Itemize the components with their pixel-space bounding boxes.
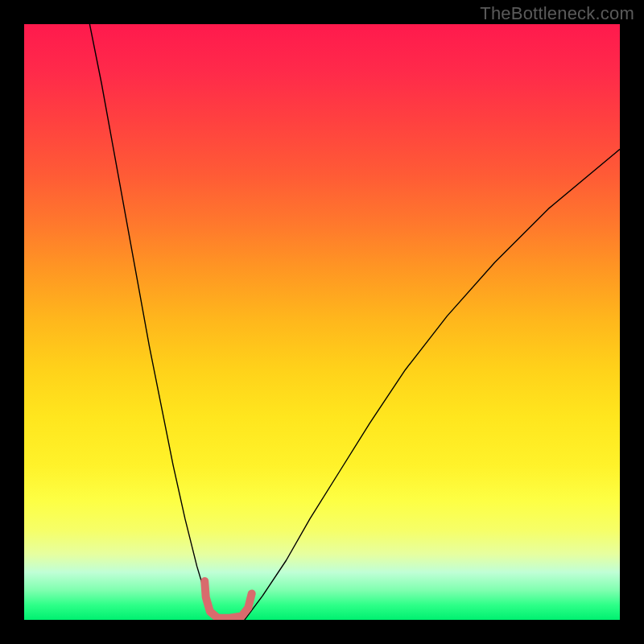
- watermark-text: TheBottleneck.com: [480, 3, 634, 24]
- plot-area: [24, 24, 620, 620]
- series-bottleneck-curve-right: [245, 149, 620, 620]
- chart-frame: TheBottleneck.com: [0, 0, 644, 644]
- series-optimal-marker: [204, 581, 251, 618]
- curve-layer: [24, 24, 620, 620]
- series-bottleneck-curve-left: [89, 24, 217, 620]
